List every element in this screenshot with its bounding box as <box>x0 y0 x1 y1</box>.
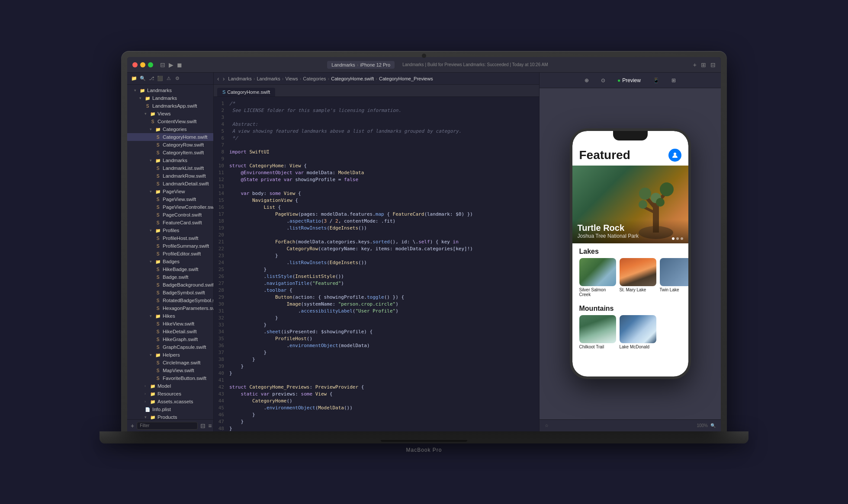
sidebar-item-landmarks[interactable]: ▾ 📁 Landmarks <box>127 94 213 102</box>
inspect-button[interactable]: ⊕ <box>581 76 592 85</box>
folder-icon: 📁 <box>155 258 161 265</box>
tab-categoryhome[interactable]: S CategoryHome.swift <box>217 88 275 96</box>
preview-button[interactable]: ● Preview <box>614 76 644 85</box>
folder-icon: 📁 <box>139 87 145 93</box>
sidebar-item-landmarks-root[interactable]: ▾ 📁 Landmarks <box>127 86 213 94</box>
add-file-icon[interactable]: + <box>131 422 134 429</box>
svg-point-7 <box>660 182 674 196</box>
sidebar-search-icon[interactable]: 🔍 <box>139 75 146 82</box>
sidebar-item-hikedetail[interactable]: S HikeDetail.swift <box>127 328 213 335</box>
sidebar-item-resources[interactable]: › 📁 Resources <box>127 390 213 398</box>
lake-card-twin[interactable]: Twin Lake <box>660 258 688 297</box>
sidebar-item-categories[interactable]: ▾ 📁 Categories <box>127 125 213 133</box>
forward-icon[interactable]: › <box>223 75 225 82</box>
sidebar-item-mapview[interactable]: S MapView.swift <box>127 367 213 374</box>
sidebar-item-hexagonparameters[interactable]: S HexagonParameters.swift <box>127 304 213 312</box>
sidebar-item-helpers-folder[interactable]: ▾ 📁 Helpers <box>127 351 213 359</box>
sidebar-item-badge[interactable]: S Badge.swift <box>127 273 213 281</box>
sidebar-item-contentview[interactable]: S ContentView.swift <box>127 118 213 125</box>
sidebar-gear-icon[interactable]: ⚙ <box>174 75 181 82</box>
sidebar-item-featurecard[interactable]: S FeatureCard.swift <box>127 219 213 226</box>
swift-file-icon: S <box>155 235 161 241</box>
sidebar-item-previewcontent[interactable]: ▾ 📁 Products <box>127 413 213 419</box>
sidebar-item-hikes-folder[interactable]: ▾ 📁 Hikes <box>127 312 213 320</box>
sidebar-item-landmarkrow[interactable]: S LandmarkRow.swift <box>127 172 213 180</box>
back-icon[interactable]: ‹ <box>217 75 219 82</box>
sidebar-item-categoryitem[interactable]: S CategoryItem.swift <box>127 149 213 156</box>
code-line: 29 Button(action: { showingProfile.toggl… <box>214 294 539 301</box>
sidebar-item-categoryrow[interactable]: S CategoryRow.swift <box>127 141 213 149</box>
sidebar-item-rotatedbadgesymbol[interactable]: S RotatedBadgeSymbol.swift <box>127 297 213 304</box>
sort-icon[interactable]: ≡ <box>208 422 212 429</box>
sidebar-toggle-icon[interactable]: ⊟ <box>160 61 165 68</box>
sidebar-item-landmarks-views[interactable]: ▾ 📁 Landmarks <box>127 156 213 164</box>
code-line: 42 struct CategoryHome_Previews: Preview… <box>214 384 539 391</box>
sidebar-item-hikebadge[interactable]: S HikeBadge.swift <box>127 265 213 273</box>
sidebar-label: Badges <box>163 259 180 264</box>
sidebar-item-profilesummary[interactable]: S ProfileSummary.swift <box>127 242 213 250</box>
sidebar-item-hikegraph[interactable]: S HikeGraph.swift <box>127 335 213 343</box>
lake-silver-image <box>579 258 616 286</box>
project-tab[interactable]: Landmarks › iPhone 12 Pro <box>327 61 395 69</box>
sidebar-debug-icon[interactable]: ⬛ <box>157 75 164 82</box>
code-line: 47 } <box>214 418 539 425</box>
code-line: 22 CategoryRow(categoryName: key, items:… <box>214 246 539 252</box>
crumb-3: Views <box>286 76 298 81</box>
sidebar-warning-icon[interactable]: ⚠ <box>165 75 172 82</box>
sidebar-item-views[interactable]: ▾ 📁 Views <box>127 110 213 118</box>
sidebar-item-infoplist[interactable]: 📄 Info.plist <box>127 405 213 413</box>
sidebar-item-graphcapsule[interactable]: S GraphCapsule.swift <box>127 343 213 351</box>
sidebar-item-landmarksapp[interactable]: S LandmarksApp.swift <box>127 102 213 110</box>
device-button[interactable]: 📱 <box>649 76 663 85</box>
sidebar-item-landmarklist[interactable]: S LandmarkList.swift <box>127 164 213 172</box>
sidebar-item-pageviewcontroller[interactable]: S PageViewController.swift <box>127 203 213 211</box>
zoom-icon[interactable]: 🔍 <box>710 423 716 428</box>
filter-input[interactable] <box>137 422 198 430</box>
panel-icon[interactable]: ⊟ <box>710 61 716 68</box>
sidebar-item-circleimage[interactable]: S CircleImage.swift <box>127 359 213 367</box>
code-line: 16 List { <box>214 204 539 211</box>
sidebar-label: ProfileEditor.swift <box>163 251 201 256</box>
sidebar-item-landmarkdetail[interactable]: S LandmarkDetail.swift <box>127 180 213 188</box>
sidebar-item-model[interactable]: › 📁 Model <box>127 382 213 390</box>
code-editor[interactable]: 1 /* 2 See LICENSE folder for this sampl… <box>214 97 539 431</box>
minimize-button[interactable] <box>140 62 145 67</box>
mountain-card-chilkoot[interactable]: Chilkoot Trail <box>579 315 616 349</box>
sidebar-item-badges-folder[interactable]: ▾ 📁 Badges <box>127 258 213 265</box>
sidebar-item-profileeditor[interactable]: S ProfileEditor.swift <box>127 250 213 258</box>
sidebar-item-profiles-folder[interactable]: ▾ 📁 Profiles <box>127 226 213 234</box>
sidebar-item-pagecontrol[interactable]: S PageControl.swift <box>127 211 213 219</box>
sidebar-item-pageview[interactable]: S PageView.swift <box>127 195 213 203</box>
sidebar-item-pageview-folder[interactable]: ▾ 📁 PageView <box>127 188 213 195</box>
sidebar-item-profilehost[interactable]: S ProfileHost.swift <box>127 234 213 242</box>
folder-icon: 📁 <box>150 111 156 117</box>
sidebar-item-hikeview[interactable]: S HikeView.swift <box>127 320 213 328</box>
sidebar-label: Categories <box>163 127 187 132</box>
settings-button[interactable]: ⊞ <box>668 76 679 85</box>
lake-card-silver[interactable]: Silver Salmon Creek <box>579 258 616 297</box>
maximize-button[interactable] <box>148 62 153 67</box>
sidebar-item-favoritebutton[interactable]: S FavoriteButton.swift <box>127 374 213 382</box>
run-icon[interactable]: ▶ <box>169 61 173 68</box>
avatar-button[interactable] <box>668 149 681 162</box>
live-button[interactable]: ⊙ <box>597 76 609 85</box>
phone-screen[interactable]: Featured <box>572 131 688 376</box>
stop-icon[interactable]: ◼ <box>177 61 182 68</box>
lake-card-mary[interactable]: St. Mary Lake <box>620 258 656 297</box>
device-label: iPhone 12 Pro <box>360 62 390 67</box>
breadcrumb-sep: › <box>328 76 330 81</box>
sidebar-scm-icon[interactable]: ⎇ <box>148 75 155 82</box>
folder-icon: 📁 <box>155 227 161 233</box>
sidebar-item-badgebackground[interactable]: S BadgeBackground.swift <box>127 281 213 289</box>
crumb-5: CategoryHome.swift <box>331 76 374 81</box>
filter-icon[interactable]: ⊟ <box>200 422 206 429</box>
sidebar-item-assets[interactable]: › 📁 Assets.xcassets <box>127 398 213 405</box>
layout-icon[interactable]: ⊞ <box>701 61 706 68</box>
close-button[interactable] <box>132 62 138 67</box>
mountain-card-mcdonald[interactable]: Lake McDonald <box>620 315 656 349</box>
sidebar-file-icon[interactable]: 📁 <box>131 75 138 82</box>
add-icon[interactable]: + <box>693 61 697 68</box>
sidebar-item-categoryhome[interactable]: S CategoryHome.swift <box>127 133 213 141</box>
plist-file-icon: 📄 <box>145 406 151 412</box>
sidebar-item-badgesymbol[interactable]: S BadgeSymbol.swift <box>127 289 213 297</box>
